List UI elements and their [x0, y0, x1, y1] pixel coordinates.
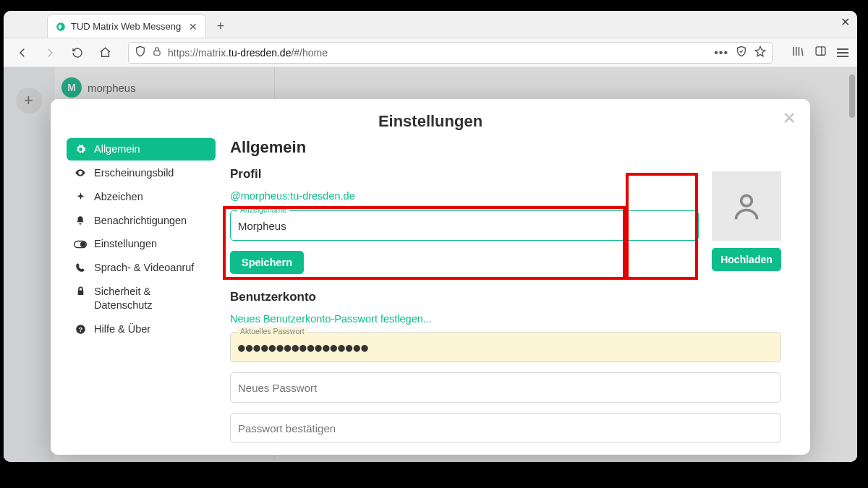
- reload-button[interactable]: [67, 43, 88, 63]
- bookmark-star-icon[interactable]: [754, 46, 766, 60]
- matrix-id: @morpheus:tu-dresden.de: [230, 190, 699, 202]
- displayname-input[interactable]: [230, 210, 699, 241]
- library-icon[interactable]: [791, 45, 804, 61]
- tab-title: TUD Matrix Web Messeng: [71, 21, 184, 32]
- subsection-title-account: Benutzerkonto: [230, 290, 781, 304]
- settings-modal: Einstellungen ✕ Allgemein Erscheinungsbi…: [51, 99, 810, 455]
- settings-nav: Allgemein Erscheinungsbild Abzeichen Ben…: [51, 138, 223, 455]
- set-password-link[interactable]: Neues Benutzerkonto-Passwort festlegen..…: [230, 313, 781, 325]
- modal-title: Einstellungen ✕: [51, 99, 810, 138]
- svg-rect-2: [816, 47, 825, 55]
- forward-button[interactable]: [40, 43, 60, 63]
- toggle-icon: [74, 240, 87, 249]
- displayname-label: Anzeigename: [237, 205, 289, 214]
- url-bar[interactable]: https://matrix.tu-dresden.de/#/home •••: [128, 42, 773, 64]
- modal-close-icon[interactable]: ✕: [783, 109, 796, 128]
- browser-tab[interactable]: TUD Matrix Web Messeng ✕: [47, 14, 206, 38]
- nav-item-appearance[interactable]: Erscheinungsbild: [67, 162, 216, 184]
- settings-content: Allgemein Profil @morpheus:tu-dresden.de…: [223, 138, 810, 455]
- current-password-input[interactable]: ●●●●●●●●●●●●●●●●●: [230, 332, 781, 362]
- browser-window: TUD Matrix Web Messeng ✕ + ✕ https://: [4, 11, 857, 462]
- phone-icon: [74, 262, 87, 273]
- confirm-password-input[interactable]: [230, 413, 781, 443]
- gear-icon: [74, 144, 87, 155]
- browser-toolbar: https://matrix.tu-dresden.de/#/home •••: [4, 38, 857, 67]
- current-password-label: Aktuelles Passwort: [237, 327, 307, 335]
- upload-button[interactable]: Hochladen: [712, 248, 781, 271]
- nav-item-flair[interactable]: Abzeichen: [67, 186, 216, 208]
- help-icon: ?: [74, 324, 87, 335]
- sparkle-icon: [74, 192, 87, 202]
- tab-close-icon[interactable]: ✕: [188, 22, 198, 32]
- home-button[interactable]: [95, 43, 115, 63]
- eye-icon: [74, 167, 87, 179]
- nav-item-notifications[interactable]: Benachrichtigungen: [67, 210, 216, 232]
- nav-item-general[interactable]: Allgemein: [67, 138, 216, 160]
- nav-item-help[interactable]: ? Hilfe & Über: [67, 318, 216, 341]
- bell-icon: [74, 215, 87, 226]
- nav-item-preferences[interactable]: Einstellungen: [67, 233, 216, 255]
- subsection-title-profile: Profil: [230, 167, 781, 181]
- nav-item-security[interactable]: Sicherheit & Datenschutz: [67, 281, 216, 317]
- lock-icon[interactable]: [152, 46, 162, 59]
- new-tab-button[interactable]: +: [210, 16, 231, 36]
- url-text: https://matrix.tu-dresden.de/#/home: [168, 47, 708, 59]
- svg-rect-1: [154, 51, 160, 55]
- tab-favicon-icon: [55, 21, 67, 33]
- sidebar-toggle-icon[interactable]: [814, 45, 827, 60]
- save-button[interactable]: Speichern: [230, 251, 304, 274]
- shield-icon[interactable]: [135, 46, 146, 60]
- window-close-icon[interactable]: ✕: [841, 15, 850, 29]
- hamburger-menu-icon[interactable]: [837, 48, 848, 57]
- page-content: + M morpheus Einstellungen ✕: [4, 67, 857, 462]
- back-button[interactable]: [12, 43, 33, 63]
- page-actions-icon[interactable]: •••: [714, 46, 728, 59]
- avatar-placeholder[interactable]: [712, 171, 781, 241]
- lock-nav-icon: [74, 286, 87, 296]
- section-title-general: Allgemein: [230, 138, 781, 157]
- new-password-input[interactable]: [230, 372, 781, 403]
- svg-text:?: ?: [78, 325, 82, 333]
- svg-point-7: [741, 195, 752, 206]
- reader-shield-icon[interactable]: [736, 46, 747, 60]
- tab-bar: TUD Matrix Web Messeng ✕ + ✕: [4, 11, 857, 38]
- nav-item-voice-video[interactable]: Sprach- & Videoanruf: [67, 257, 216, 279]
- svg-point-4: [81, 242, 85, 247]
